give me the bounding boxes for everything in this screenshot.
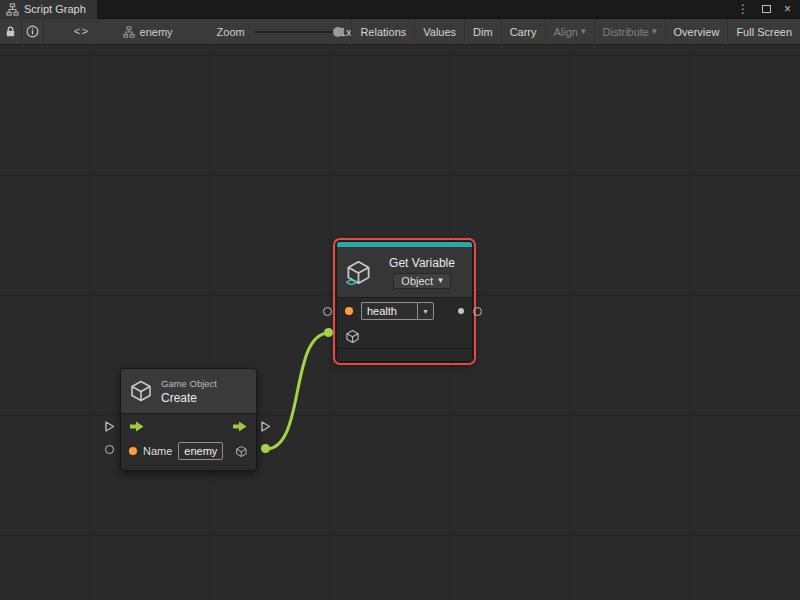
graph-canvas[interactable]: <> Get Variable Object ▾ health ▾ (0, 45, 800, 600)
relations-button[interactable]: Relations (351, 19, 414, 45)
value-output-port-icon[interactable] (458, 308, 464, 314)
name-input-field[interactable]: enemy (178, 442, 223, 460)
tab-title: Script Graph (24, 3, 86, 15)
get-variable-object-input-port-connected[interactable] (324, 328, 333, 337)
chevron-down-icon: ▾ (581, 27, 586, 36)
toolbar-separator (43, 19, 44, 45)
toolbar-buttons: Relations Values Dim Carry Align▾ Distri… (351, 19, 800, 45)
chevron-down-icon: ▾ (652, 27, 657, 36)
title-bar: Script Graph ⋮ × (0, 0, 800, 19)
string-port-icon[interactable] (129, 447, 137, 455)
code-brackets-icon: <> (346, 278, 356, 289)
distribute-button: Distribute▾ (594, 19, 665, 45)
zoom-slider-track (255, 31, 333, 33)
full-screen-button[interactable]: Full Screen (727, 19, 800, 45)
node-get-variable[interactable]: <> Get Variable Object ▾ health ▾ (336, 241, 473, 362)
values-button[interactable]: Values (414, 19, 464, 45)
zoom-slider[interactable] (255, 19, 333, 45)
carry-button[interactable]: Carry (501, 19, 545, 45)
script-graph-icon (6, 3, 19, 16)
get-variable-name-input-port[interactable] (323, 307, 332, 316)
string-port-icon[interactable] (345, 307, 353, 315)
graph-reference[interactable]: enemy (123, 26, 173, 38)
gameobject-cube-icon (129, 379, 153, 403)
toolbar: <> enemy Zoom 1x Relations Values Dim C (0, 19, 800, 45)
create-node-header[interactable]: Game Object Create (121, 369, 256, 413)
flow-input-arrow-icon[interactable] (129, 421, 145, 432)
node-title: Get Variable (389, 256, 455, 270)
get-variable-output-port[interactable] (473, 307, 482, 316)
close-icon[interactable]: × (784, 3, 791, 15)
graph-name: enemy (140, 26, 173, 38)
node-footer (337, 349, 472, 361)
graph-asset-icon (123, 26, 135, 38)
zoom-slider-knob[interactable] (333, 27, 343, 37)
lock-icon (4, 25, 17, 38)
variable-name-field[interactable]: health ▾ (361, 302, 434, 320)
chevron-down-icon[interactable]: ▾ (417, 302, 434, 320)
chevron-down-icon: ▾ (438, 276, 443, 285)
name-label: Name (143, 445, 172, 457)
window-menu-icon[interactable]: ⋮ (737, 3, 749, 15)
connection-wire[interactable] (266, 333, 329, 449)
variable-scope-dropdown[interactable]: Object ▾ (393, 273, 450, 289)
maximize-icon[interactable] (762, 5, 771, 13)
variable-cube-icon: <> (345, 259, 372, 286)
create-output-port-connected[interactable] (261, 444, 270, 453)
code-view-button[interactable]: <> (66, 19, 96, 45)
code-icon: <> (74, 26, 89, 38)
create-flow-input-port[interactable] (104, 420, 115, 433)
lock-button[interactable] (0, 19, 21, 45)
zoom-label: Zoom (217, 26, 245, 38)
gameobject-port-icon[interactable] (345, 329, 360, 344)
node-footer (121, 464, 256, 470)
create-flow-output-port[interactable] (260, 420, 271, 433)
dim-button[interactable]: Dim (464, 19, 501, 45)
node-create-game-object[interactable]: Game Object Create Name enemy (120, 368, 257, 471)
info-icon (26, 25, 39, 38)
align-button: Align▾ (545, 19, 594, 45)
node-category: Game Object (161, 378, 217, 389)
overview-button[interactable]: Overview (665, 19, 728, 45)
tab-script-graph[interactable]: Script Graph (0, 0, 97, 19)
script-graph-window: Script Graph ⋮ × <> (0, 0, 800, 600)
info-button[interactable] (22, 19, 43, 45)
get-variable-header[interactable]: <> Get Variable Object ▾ (337, 247, 472, 297)
gameobject-output-port-icon[interactable] (235, 444, 248, 459)
flow-output-arrow-icon[interactable] (232, 421, 248, 432)
node-title: Create (161, 391, 217, 405)
create-name-input-port[interactable] (105, 445, 114, 454)
